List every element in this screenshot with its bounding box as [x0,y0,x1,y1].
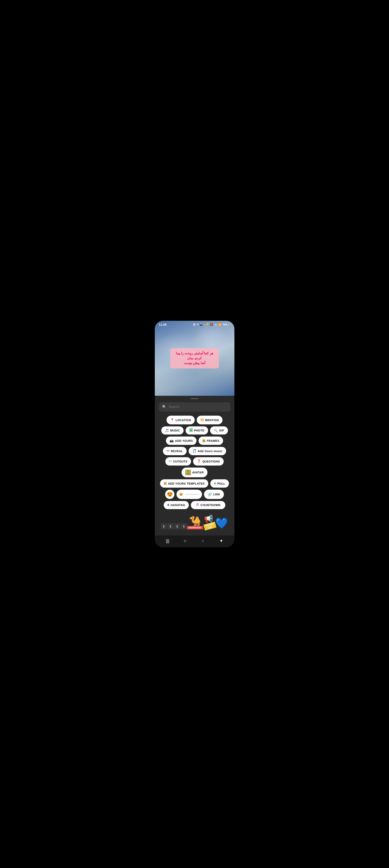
search-input[interactable] [168,405,227,409]
instagram-icon: 📷 [200,323,203,326]
music-icon: 🎵 [165,429,169,432]
home-nav-btn[interactable]: ○ [184,538,186,544]
mention-icon: Ⓜ [200,418,204,422]
search-icon: 🔍 [162,405,166,409]
megaphone-icon: 📢 [204,515,213,523]
location-icon: 📍 [170,418,174,422]
countdown-sticker-btn[interactable]: ⏱ COUNTDOWN [191,501,225,509]
add-yours-music-label: Add Yours music [198,450,222,453]
emoji-slider-btn[interactable]: 😍 [176,490,202,499]
slider-emoji: 😍 [179,493,183,496]
count-block-1: 1 [161,523,167,529]
add-yours-templates-label: ADD YOURS TEMPLATES [168,482,205,485]
reveal-label: REVEAL [171,450,183,453]
countdown-blocks: 1 1 1 1 [161,523,187,529]
add-yours-music-btn[interactable]: 🎵 Add Yours music [189,447,226,455]
add-yours-music-icon: 🎵 [192,449,197,453]
gallery-icon: 🖼 [193,323,196,326]
sticker-grid: 📍 LOCATION Ⓜ MENTION 🎵 MUSIC 🖼 PHOTO 🔍 G… [159,416,230,511]
count-block-4: 1 [181,523,187,529]
story-text-line1: هر کجا آسایش روحت را پیدا کردی بمان [174,351,215,361]
add-yours-templates-icon: ⊞ [164,482,167,486]
photo-icon: 🖼 [189,428,193,432]
battery-text: 70%🔋 [222,323,230,326]
gif-sticker-btn[interactable]: 🔍 GIF [210,426,228,435]
photo-label: PHOTO [194,429,204,432]
add-yours-templates-btn[interactable]: ⊞ ADD YOURS TEMPLATES [160,479,208,488]
sound-sticker-content: 📢 SOUND ON [202,514,216,530]
slider-bar [185,494,199,495]
gif-label: GIF [219,429,224,432]
emoji-face-icon: 😍 [167,492,173,497]
phone-frame: 11:28 🖼 ✕ 📷 • 🔑 🔇 4G 📶 70%🔋 هر کجا آسایش… [155,321,234,547]
poll-sticker-btn[interactable]: ≡ POLL [210,479,229,488]
search-bar[interactable]: 🔍 [159,402,230,412]
hashtag-icon: # [167,503,169,507]
avatar-image: 🧍 [185,470,191,475]
camel-sticker-item: 🐪 WEDNESDAY [187,516,203,529]
cutouts-icon: ✂ [169,459,172,464]
menu-nav-btn[interactable]: ||| [166,538,169,544]
photo-sticker-btn[interactable]: 🖼 PHOTO [186,426,208,435]
hashtag-sticker-btn[interactable]: # HASHTAG [164,501,189,509]
cutouts-label: CUTOUTS [173,460,188,463]
camel-icon: 🐪 [189,516,201,527]
accessibility-nav-btn[interactable]: ✦ [219,538,223,544]
bottom-stickers-row: 1 1 1 1 🐪 WEDNESDAY 📢 SOUND ON [159,511,230,531]
add-yours-sticker-btn[interactable]: 📷 ADD YOURS [166,437,197,445]
music-label: MUSIC [170,429,180,432]
key-icon: 🔑 [206,323,209,326]
mute-icon: 🔇 [210,323,213,326]
emoji-reaction-btn[interactable]: 😍 [165,490,174,499]
link-sticker-btn[interactable]: 🔗 LINK [204,490,224,499]
location-label: LOCATION [175,418,191,422]
questions-icon: ❓ [197,459,201,464]
mention-sticker-btn[interactable]: Ⓜ MENTION [197,416,223,424]
frames-sticker-btn[interactable]: ▣ FRAMES [199,437,223,445]
status-bar: 11:28 🖼 ✕ 📷 • 🔑 🔇 4G 📶 70%🔋 [155,321,234,328]
signal-icon: 📶 [218,323,221,326]
nav-bar: ||| ○ ﹤ ✦ [155,535,234,547]
poll-icon: ≡ [214,482,216,486]
hashtag-label: HASHTAG [171,503,185,507]
bottom-sheet: 🔍 📍 LOCATION Ⓜ MENTION 🎵 MUSIC 🖼 PHOTO [155,396,234,535]
location-sticker-btn[interactable]: 📍 LOCATION [166,416,195,424]
sheet-handle [190,398,199,399]
blue-heart-sticker: 💙 [215,517,228,529]
avatar-sticker-btn[interactable]: 🧍 AVATAR [182,468,207,477]
gif-icon: 🔍 [214,429,218,432]
music-sticker-btn[interactable]: 🎵 MUSIC [161,426,184,435]
back-nav-btn[interactable]: ﹤ [201,538,205,544]
blue-heart-icon: 💙 [215,517,228,529]
status-time: 11:28 [159,323,166,326]
add-yours-label: ADD YOURS [175,439,193,442]
count-block-3: 1 [174,523,180,529]
frames-icon: ▣ [202,439,206,443]
emoji-slider-track: 😍 [179,493,199,496]
poll-label: POLL [217,482,225,485]
countdown-icon: ⏱ [196,503,199,507]
frames-label: FRAMES [207,439,219,442]
link-label: LINK [213,493,220,496]
sound-on-sticker: 📢 SOUND ON [203,515,215,529]
countdown-label: COUNTDOWN [200,503,220,507]
avatar-label: AVATAR [192,471,204,474]
dot-icon: • [204,323,205,326]
mention-label: MENTION [205,418,219,422]
countdown-sticker-item: 1 1 1 1 [161,523,187,529]
cutouts-sticker-btn[interactable]: ✂ CUTOUTS [165,457,191,466]
story-text-overlay: هر کجا آسایش روحت را پیدا کردی بمان آنجا… [170,348,219,368]
network-icon: 4G [214,323,217,326]
twitter-icon: ✕ [197,323,199,326]
reveal-sticker-btn[interactable]: ✂ REVEAL [163,447,186,455]
questions-label: QUESTIONS [202,460,220,463]
add-yours-icon: 📷 [170,439,174,443]
status-icons: 🖼 ✕ 📷 • 🔑 🔇 4G 📶 70%🔋 [193,323,230,326]
wednesday-tag: WEDNESDAY [187,526,203,529]
questions-sticker-btn[interactable]: ❓ QUESTIONS [193,457,224,466]
story-background: هر کجا آسایش روحت را پیدا کردی بمان آنجا… [155,321,234,396]
reveal-icon: ✂ [166,449,170,453]
count-block-2: 1 [167,523,174,529]
link-icon: 🔗 [208,492,212,497]
story-text-line2: آنجا وطن توست [174,361,215,366]
